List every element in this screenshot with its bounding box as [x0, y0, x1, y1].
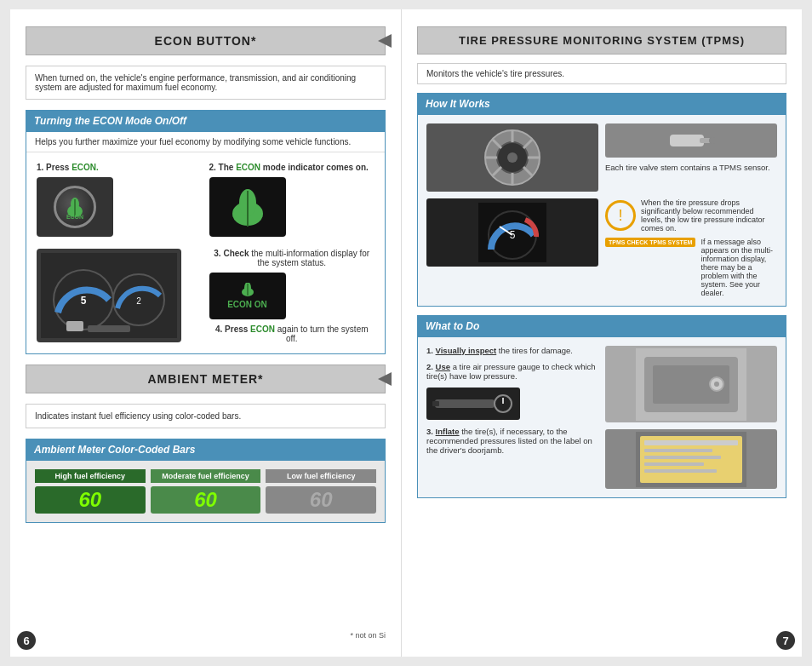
- wheel-svg: [481, 128, 545, 187]
- svg-rect-46: [644, 440, 738, 445]
- left-panel: ECON BUTTON* When turned on, the vehicle…: [10, 9, 402, 657]
- econ-button-image: ECON: [37, 177, 113, 237]
- fuel-bar-high-display: 60: [35, 486, 146, 514]
- econ-circle: ECON: [54, 186, 96, 228]
- svg-rect-12: [66, 321, 83, 331]
- what-to-do-header: What to Do: [417, 315, 786, 337]
- tpms-description: Monitors the vehicle's tire pressures.: [417, 63, 786, 84]
- wtd-step2: 2. Use a tire air pressure gauge to chec…: [426, 362, 598, 381]
- warning-indicator-box: ! When the tire pressure drops significa…: [605, 198, 777, 297]
- fuel-low-number: 60: [310, 488, 333, 512]
- fuel-bar-low: Low fuel efficiency 60: [266, 469, 376, 514]
- tpms-warning-icon: !: [605, 200, 636, 231]
- right-panel: TIRE PRESSURE MONITORING SYSTEM (TPMS) M…: [402, 9, 802, 657]
- svg-rect-48: [644, 456, 721, 459]
- step2-box: 2. The ECON mode indicator comes on.: [206, 159, 379, 240]
- page-number-left: 6: [17, 631, 36, 650]
- leaf-indicator-svg: [222, 184, 273, 231]
- svg-text:5: 5: [510, 229, 516, 241]
- ambient-description: Indicates instant fuel efficiency using …: [26, 404, 386, 428]
- dashboard-image: 5 2: [37, 249, 181, 342]
- wtd-step3: 3. Inflate the tire(s), if necessary, to…: [426, 427, 598, 455]
- pressure-gauge-svg: [431, 391, 516, 416]
- door-svg: [636, 348, 746, 421]
- svg-point-43: [714, 382, 719, 387]
- dashboard-box: 5 2: [33, 245, 206, 347]
- step4-text: 4. Press ECON again to turn the system o…: [209, 324, 375, 343]
- turning-econ-desc: Helps you further maximize your fuel eco…: [35, 137, 351, 146]
- ambient-bars-header: Ambient Meter Color-Coded Bars: [26, 439, 386, 461]
- fuel-bar-high-label: High fuel efficiency: [35, 469, 146, 483]
- fuel-bar-moderate: Moderate fuel efficiency 60: [151, 469, 261, 514]
- wheel-image-box: [426, 123, 598, 192]
- turning-econ-header: Turning the ECON Mode On/Off: [26, 110, 386, 132]
- dashboard-svg: 5 2: [41, 253, 177, 338]
- wtd-label-image: [605, 429, 777, 489]
- svg-rect-13: [88, 325, 130, 332]
- econ-title: ECON BUTTON*: [26, 26, 386, 55]
- gauge-cluster-svg: 5: [478, 203, 546, 262]
- fuel-moderate-number: 60: [194, 488, 217, 512]
- fuel-high-number: 60: [78, 488, 101, 512]
- tpms-badge-row: TPMS CHECK TPMS SYSTEM If a message also…: [605, 238, 777, 297]
- svg-point-30: [709, 137, 716, 144]
- svg-rect-50: [644, 469, 717, 473]
- ambient-bars-content: High fuel efficiency 60 Moderate fuel ef…: [26, 461, 386, 523]
- what-to-do-section: What to Do 1. Visually inspect the tires…: [417, 315, 786, 498]
- turning-econ-content: Helps you further maximize your fuel eco…: [26, 132, 386, 354]
- econ-on-display: ECON ON: [209, 273, 286, 319]
- step3-4-box: 3. Check the multi-information display f…: [206, 245, 379, 347]
- step1-text: 1. Press ECON.: [37, 163, 99, 172]
- how-it-works-section: How It Works: [417, 93, 786, 307]
- tpms-title: TIRE PRESSURE MONITORING SYSTEM (TPMS): [417, 26, 786, 55]
- how-it-works-header: How It Works: [417, 93, 786, 115]
- leaf-indicator-image: [209, 177, 286, 237]
- tpms-text1: Each tire valve stem contains a TPMS sen…: [605, 163, 777, 172]
- ambient-desc-text: Indicates instant fuel efficiency using …: [35, 411, 241, 421]
- page-number-right: 7: [776, 631, 795, 650]
- econ-on-text: ECON ON: [227, 300, 267, 309]
- valve-stem-image: [605, 123, 777, 158]
- valve-stem-svg: [666, 128, 717, 153]
- what-to-do-content: 1. Visually inspect the tires for damage…: [417, 337, 786, 498]
- svg-text:5: 5: [81, 295, 87, 307]
- svg-rect-49: [644, 462, 704, 466]
- what-to-do-images: [605, 346, 777, 489]
- valve-stem-box: Each tire valve stem contains a TPMS sen…: [605, 123, 777, 192]
- fuel-bar-high: High fuel efficiency 60: [35, 469, 146, 514]
- econ-on-leaf-icon: [239, 283, 256, 296]
- ambient-title: AMBIENT METER*: [26, 365, 386, 393]
- step1-box: 1. Press ECON. ECON: [33, 159, 206, 240]
- left-footnote: * not on Si: [26, 631, 386, 640]
- svg-point-19: [507, 152, 518, 163]
- econ-description: When turned on, the vehicle's engine per…: [26, 66, 386, 100]
- turning-econ-section: Turning the ECON Mode On/Off Helps you f…: [26, 110, 386, 354]
- ambient-title-text: AMBIENT METER*: [147, 372, 263, 386]
- what-to-do-steps: 1. Visually inspect the tires for damage…: [426, 346, 598, 489]
- pressure-gauge-image: [426, 388, 520, 420]
- fuel-bar-low-display: 60: [266, 486, 376, 514]
- ambient-bars-section: Ambient Meter Color-Coded Bars High fuel…: [26, 439, 386, 523]
- svg-text:2: 2: [136, 296, 141, 306]
- step2-text: 2. The ECON mode indicator comes on.: [209, 163, 369, 172]
- wtd-door-image: [605, 346, 777, 422]
- fuel-bar-low-label: Low fuel efficiency: [266, 469, 376, 483]
- svg-rect-47: [644, 449, 712, 452]
- svg-rect-38: [432, 401, 439, 406]
- label-svg: [636, 432, 746, 487]
- econ-leaf-svg: ECON: [62, 194, 88, 220]
- svg-rect-35: [435, 399, 495, 408]
- econ-title-text: ECON BUTTON*: [155, 34, 257, 48]
- econ-desc-text: When turned on, the vehicle's engine per…: [35, 73, 356, 92]
- gauge-cluster-image: 5: [426, 198, 598, 267]
- tpms-desc-text: Monitors the vehicle's tire pressures.: [426, 69, 564, 78]
- tpms-system-badge: TPMS CHECK TPMS SYSTEM: [605, 238, 695, 247]
- tpms-title-text: TIRE PRESSURE MONITORING SYSTEM (TPMS): [459, 34, 745, 47]
- how-it-works-content: Each tire valve stem contains a TPMS sen…: [417, 115, 786, 307]
- step3-text: 3. Check the multi-information display f…: [209, 249, 375, 267]
- tpms-text2: When the tire pressure drops significant…: [641, 198, 777, 233]
- tpms-text3: If a message also appears on the multi-i…: [700, 238, 777, 297]
- svg-text:ECON: ECON: [66, 214, 83, 220]
- fuel-bar-moderate-display: 60: [151, 486, 261, 514]
- page-container: ECON BUTTON* When turned on, the vehicle…: [10, 9, 802, 657]
